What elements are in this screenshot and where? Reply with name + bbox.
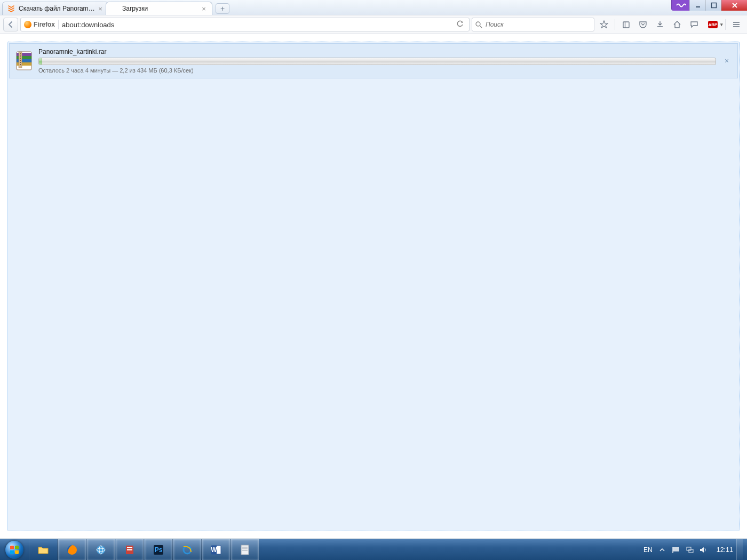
svg-point-18 — [20, 60, 21, 61]
taskbar-word[interactable]: W — [202, 539, 231, 561]
chat-button[interactable] — [687, 18, 702, 31]
reload-button[interactable] — [454, 20, 466, 29]
navigation-toolbar: Firefox ABP — [0, 15, 747, 34]
tray-chevron-icon[interactable] — [658, 546, 666, 554]
blank-tab-icon — [110, 4, 119, 13]
window-controls — [671, 0, 747, 11]
svg-point-2 — [476, 22, 480, 26]
show-desktop-button[interactable] — [736, 539, 743, 561]
download-progress-bar — [38, 58, 716, 65]
home-button[interactable] — [670, 18, 685, 31]
svg-point-19 — [20, 62, 21, 63]
volume-icon[interactable] — [700, 546, 708, 554]
tab-title: Загрузки — [122, 5, 200, 12]
taskbar-app-2[interactable] — [115, 539, 144, 561]
svg-rect-38 — [673, 547, 679, 551]
svg-rect-1 — [711, 3, 716, 8]
window-close-button[interactable] — [721, 0, 747, 11]
svg-point-15 — [20, 53, 21, 54]
identity-label: Firefox — [34, 21, 55, 28]
new-tab-button[interactable]: + — [216, 3, 229, 14]
doc-icon — [239, 543, 251, 556]
url-bar[interactable]: Firefox — [20, 18, 470, 31]
firefox-icon — [66, 543, 78, 556]
search-input[interactable] — [486, 21, 591, 28]
back-button[interactable] — [3, 18, 18, 31]
tab-dfiles[interactable]: Скачать файл Panoramnie... × — [2, 2, 109, 15]
separator — [615, 19, 615, 30]
taskbar-app-1[interactable] — [86, 539, 115, 561]
separator — [58, 20, 59, 29]
downloads-list: Panoramnie_kartinki.rar Осталось 2 часа … — [7, 42, 740, 531]
window-maximize-button[interactable] — [705, 0, 721, 11]
tab-strip: Скачать файл Panoramnie... × Загрузки × … — [0, 0, 747, 15]
svg-rect-4 — [623, 22, 629, 28]
search-icon — [475, 21, 482, 28]
separator — [725, 19, 726, 30]
cancel-download-button[interactable]: × — [721, 55, 732, 66]
svg-rect-34 — [241, 545, 249, 555]
svg-point-17 — [20, 58, 21, 59]
svg-point-20 — [20, 64, 21, 65]
ie-icon — [181, 543, 194, 556]
system-tray: EN 12:11 — [643, 546, 736, 554]
download-item[interactable]: Panoramnie_kartinki.rar Осталось 2 часа … — [9, 43, 738, 78]
downloads-page: Panoramnie_kartinki.rar Осталось 2 часа … — [0, 34, 747, 539]
rar-archive-icon — [15, 51, 33, 71]
photoshop-icon: Ps — [152, 543, 165, 556]
download-filename: Panoramnie_kartinki.rar — [38, 48, 716, 55]
svg-point-16 — [20, 55, 21, 57]
notes-icon — [123, 543, 136, 556]
download-progress-fill — [39, 58, 42, 65]
windows-orb-icon — [5, 541, 23, 559]
tab-downloads[interactable]: Загрузки × — [106, 2, 212, 15]
taskbar-photoshop[interactable]: Ps — [144, 539, 173, 561]
globe-icon — [94, 543, 107, 556]
svg-rect-0 — [696, 6, 700, 7]
taskbar-firefox[interactable] — [58, 539, 86, 561]
taskbar-ie[interactable] — [173, 539, 202, 561]
flag-icon[interactable] — [672, 546, 680, 554]
sidebar-button[interactable] — [618, 18, 633, 31]
tab-close-button[interactable]: × — [97, 5, 104, 12]
download-status: Осталось 2 часа 4 минуты — 2,2 из 434 МБ… — [38, 67, 716, 74]
mask-extension-button[interactable] — [671, 0, 689, 11]
svg-line-3 — [480, 26, 482, 28]
taskbar-app-3[interactable] — [231, 539, 259, 561]
windows-taskbar: Ps W EN 12:11 — [0, 539, 747, 560]
tab-close-button[interactable]: × — [200, 5, 208, 12]
dfiles-icon — [7, 4, 15, 13]
taskbar-apps: Ps W — [29, 539, 259, 561]
svg-rect-27 — [127, 549, 132, 550]
taskbar-explorer[interactable] — [29, 539, 58, 561]
download-info: Panoramnie_kartinki.rar Осталось 2 часа … — [38, 48, 716, 74]
svg-text:Ps: Ps — [155, 546, 163, 554]
svg-text:W: W — [211, 546, 217, 554]
abp-icon: ABP — [708, 21, 718, 28]
url-input[interactable] — [62, 21, 451, 29]
word-icon: W — [210, 543, 222, 556]
firefox-icon — [24, 21, 31, 28]
pocket-button[interactable] — [635, 18, 650, 31]
bookmark-star-button[interactable] — [597, 18, 611, 31]
network-icon[interactable] — [686, 546, 694, 554]
abp-button[interactable]: ABP — [704, 18, 722, 31]
svg-point-22 — [97, 546, 105, 554]
tab-title: Скачать файл Panoramnie... — [19, 5, 97, 12]
menu-button[interactable] — [729, 18, 744, 31]
downloads-button[interactable] — [653, 18, 667, 31]
search-bar[interactable] — [472, 18, 594, 31]
folder-icon — [37, 543, 50, 556]
language-indicator[interactable]: EN — [643, 546, 653, 554]
taskbar-clock[interactable]: 12:11 — [713, 546, 736, 554]
start-button[interactable] — [0, 539, 29, 561]
identity-box[interactable]: Firefox — [24, 21, 55, 28]
svg-rect-26 — [127, 547, 132, 548]
window-minimize-button[interactable] — [689, 0, 705, 11]
